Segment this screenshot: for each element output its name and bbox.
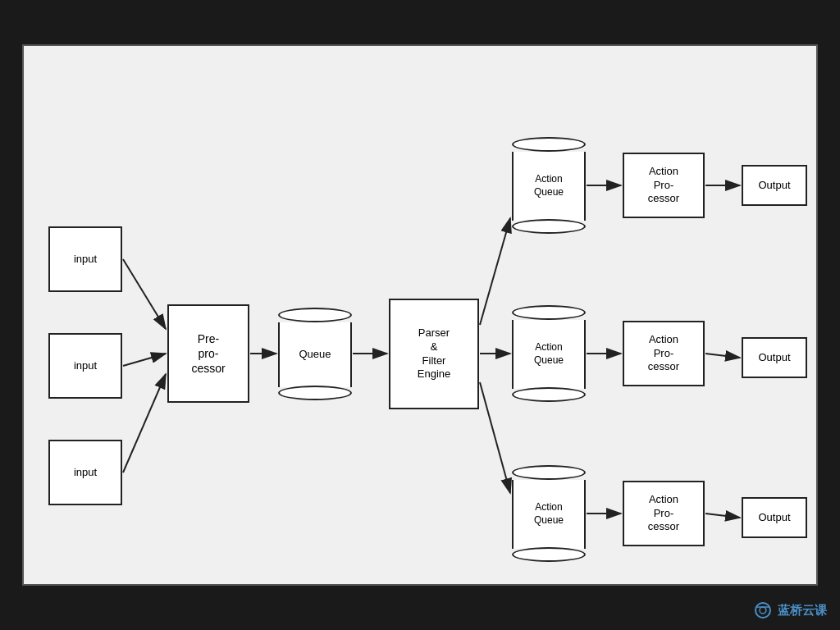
svg-point-16	[760, 607, 766, 614]
svg-line-13	[705, 354, 740, 358]
diagram-container: input input input Pre-pro-cessor Queue P…	[22, 44, 818, 586]
input-box-3: input	[48, 440, 122, 505]
input-box-1: input	[48, 226, 122, 292]
svg-line-6	[480, 218, 510, 325]
queue-cylinder: Queue	[278, 307, 352, 401]
watermark: 蓝桥云课	[753, 600, 827, 620]
output-bot-box: Output	[742, 497, 807, 538]
svg-point-15	[756, 603, 770, 618]
processor-top-box: ActionPro-cessor	[623, 153, 705, 218]
preprocessor-box: Pre-pro-cessor	[167, 304, 249, 403]
output-top-box: Output	[742, 165, 807, 206]
watermark-icon	[753, 600, 773, 620]
svg-line-2	[123, 354, 166, 366]
action-queue-bot-cylinder: ActionQueue	[512, 464, 586, 563]
processor-mid-box: ActionPro-cessor	[623, 321, 705, 386]
parser-box: Parser&FilterEngine	[389, 299, 479, 409]
output-mid-box: Output	[742, 337, 807, 378]
input-box-2: input	[48, 333, 122, 399]
svg-line-14	[705, 514, 740, 518]
watermark-text: 蓝桥云课	[778, 603, 827, 619]
svg-line-8	[480, 382, 510, 493]
svg-line-3	[123, 374, 166, 472]
action-queue-mid-cylinder: ActionQueue	[512, 304, 586, 403]
processor-bot-box: ActionPro-cessor	[623, 481, 705, 546]
svg-line-1	[123, 259, 166, 329]
action-queue-top-cylinder: ActionQueue	[512, 136, 586, 235]
